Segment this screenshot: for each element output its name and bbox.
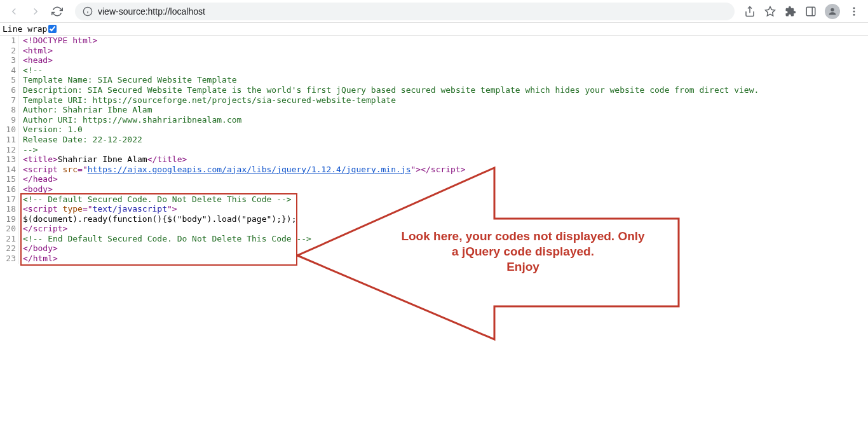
star-icon[interactable] [764,5,776,18]
source-view: 1<!DOCTYPE html>2<html>3<head>4<!--5Temp… [0,36,868,264]
callout-line1: Look here, your codes not displayed. Onl… [367,229,679,244]
line-number: 22 [0,243,19,254]
source-row: 2<html> [0,46,868,56]
menu-icon[interactable] [848,5,860,18]
code-line: </head> [19,174,58,184]
profile-avatar[interactable] [825,4,840,19]
code-line: <script type="text/javascript"> [19,204,177,214]
source-row: 3<head> [0,55,868,65]
source-row: 1<!DOCTYPE html> [0,36,868,46]
source-row: 5Template Name: SIA Secured Website Temp… [0,75,868,85]
source-row: 17<!-- Default Secured Code. Do Not Dele… [0,194,868,205]
line-number: 16 [0,184,19,194]
callout-line2: a jQuery code displayed. [367,244,679,259]
line-number: 13 [0,154,19,165]
source-row: 8Author: Shahriar Ibne Alam [0,105,868,115]
code-line: <body> [19,184,53,194]
line-number: 7 [0,95,19,106]
code-line: </html> [19,254,58,264]
source-row: 14<script src="https://ajax.googleapis.c… [0,165,868,175]
code-line: Author: Shahriar Ibne Alam [19,105,153,115]
line-number: 8 [0,105,19,115]
code-line: Description: SIA Secured Website Templat… [19,85,759,95]
line-number: 11 [0,135,19,145]
source-row: 12--> [0,145,868,155]
code-line: Template Name: SIA Secured Website Templ… [19,75,237,85]
line-number: 6 [0,85,19,95]
source-row: 15</head> [0,174,868,184]
address-bar[interactable]: view-source:http://localhost [75,3,735,20]
source-row: 7Template URI: https://sourceforge.net/p… [0,95,868,106]
source-row: 10Version: 1.0 [0,125,868,135]
line-number: 14 [0,165,19,175]
code-line: <script src="https://ajax.googleapis.com… [19,165,466,175]
source-row: 16<body> [0,184,868,194]
code-line: <head> [19,55,53,65]
line-number: 3 [0,55,19,65]
svg-point-9 [853,10,855,12]
share-icon[interactable] [743,5,756,18]
linewrap-checkbox[interactable] [48,25,57,33]
source-row: 18<script type="text/javascript"> [0,204,868,214]
line-number: 5 [0,75,19,85]
linewrap-bar: Line wrap [0,23,868,36]
back-button[interactable] [5,3,23,20]
line-number: 23 [0,254,19,264]
line-number: 20 [0,224,19,234]
source-row: 11Release Date: 22-12-2022 [0,135,868,145]
code-line: Template URI: https://sourceforge.net/pr… [19,95,396,106]
svg-marker-4 [766,6,775,15]
reload-button[interactable] [48,3,66,20]
line-number: 19 [0,214,19,224]
forward-button[interactable] [27,3,44,20]
svg-point-10 [853,13,855,15]
line-number: 9 [0,115,19,125]
line-number: 1 [0,36,19,46]
code-line: --> [19,145,37,155]
code-line: <!-- Default Secured Code. Do Not Delete… [19,194,292,205]
svg-point-7 [831,8,834,11]
line-number: 18 [0,204,19,214]
code-line: $(document).ready(function(){$("body").l… [19,214,296,224]
line-number: 12 [0,145,19,155]
code-line: Version: 1.0 [19,125,83,135]
source-row: 19$(document).ready(function(){$("body")… [0,214,868,224]
code-line: </body> [19,243,58,254]
line-number: 17 [0,194,19,205]
code-line: <html> [19,46,53,56]
source-row: 6Description: SIA Secured Website Templa… [0,85,868,95]
svg-rect-5 [806,7,815,16]
line-number: 4 [0,65,19,76]
code-line: <!DOCTYPE html> [19,36,97,46]
extensions-icon[interactable] [784,5,797,18]
svg-point-8 [853,7,855,9]
source-row: 9Author URI: https://www.shahriaribneala… [0,115,868,125]
line-number: 10 [0,125,19,135]
url-text: view-source:http://localhost [98,6,205,17]
callout-line3: Enjoy [367,259,679,275]
line-number: 21 [0,234,19,244]
toolbar-right [743,4,863,19]
linewrap-label: Line wrap [3,24,47,34]
callout-text: Look here, your codes not displayed. Onl… [367,229,679,274]
browser-toolbar: view-source:http://localhost [0,0,868,23]
code-line: <!-- [19,65,43,76]
code-line: <title>Shahriar Ibne Alam</title> [19,154,187,165]
code-line: Author URI: https://www.shahriaribnealam… [19,115,241,125]
source-row: 13<title>Shahriar Ibne Alam</title> [0,154,868,165]
code-line: <!-- End Default Secured Code. Do Not De… [19,234,311,244]
code-line: Release Date: 22-12-2022 [19,135,142,145]
line-number: 15 [0,174,19,184]
side-panel-icon[interactable] [804,5,817,18]
info-icon [83,6,93,17]
source-row: 4<!-- [0,65,868,76]
line-number: 2 [0,46,19,56]
code-line: </script> [19,224,67,234]
